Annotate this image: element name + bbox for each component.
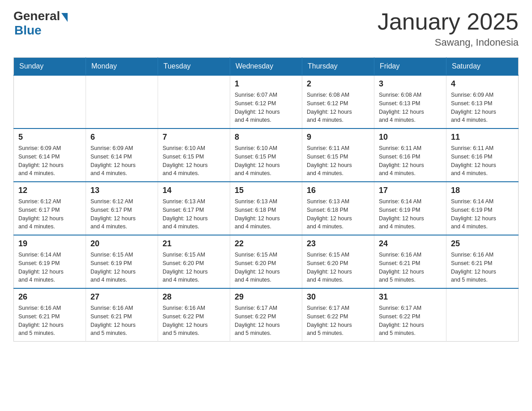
calendar-week-row: 1Sunrise: 6:07 AMSunset: 6:12 PMDaylight… — [14, 75, 519, 128]
logo-triangle-icon — [61, 13, 68, 22]
day-number: 12 — [18, 186, 81, 195]
calendar-cell: 31Sunrise: 6:17 AMSunset: 6:22 PMDayligh… — [374, 288, 446, 342]
calendar-cell: 20Sunrise: 6:15 AMSunset: 6:19 PMDayligh… — [86, 235, 158, 288]
day-number: 3 — [379, 79, 442, 89]
weekday-header-friday: Friday — [374, 58, 446, 76]
weekday-header-row: SundayMondayTuesdayWednesdayThursdayFrid… — [14, 58, 519, 76]
day-number: 28 — [163, 292, 225, 302]
calendar-body: 1Sunrise: 6:07 AMSunset: 6:12 PMDaylight… — [14, 75, 519, 342]
calendar-subtitle: Sawang, Indonesia — [378, 37, 519, 48]
calendar-cell — [86, 75, 158, 128]
calendar-cell: 23Sunrise: 6:15 AMSunset: 6:20 PMDayligh… — [302, 235, 374, 288]
calendar-cell: 2Sunrise: 6:08 AMSunset: 6:12 PMDaylight… — [302, 75, 374, 128]
day-info: Sunrise: 6:14 AMSunset: 6:19 PMDaylight:… — [379, 197, 442, 231]
calendar-cell: 15Sunrise: 6:13 AMSunset: 6:18 PMDayligh… — [230, 182, 302, 235]
calendar-cell: 24Sunrise: 6:16 AMSunset: 6:21 PMDayligh… — [374, 235, 446, 288]
day-number: 25 — [451, 239, 514, 248]
calendar-header: SundayMondayTuesdayWednesdayThursdayFrid… — [14, 58, 519, 76]
calendar-cell: 27Sunrise: 6:16 AMSunset: 6:21 PMDayligh… — [86, 288, 158, 342]
calendar-cell — [158, 75, 230, 128]
day-info: Sunrise: 6:14 AMSunset: 6:19 PMDaylight:… — [18, 251, 81, 284]
day-info: Sunrise: 6:16 AMSunset: 6:21 PMDaylight:… — [18, 304, 81, 338]
calendar-cell: 22Sunrise: 6:15 AMSunset: 6:20 PMDayligh… — [230, 235, 302, 288]
day-info: Sunrise: 6:09 AMSunset: 6:14 PMDaylight:… — [18, 144, 81, 178]
day-info: Sunrise: 6:08 AMSunset: 6:12 PMDaylight:… — [307, 91, 369, 124]
day-info: Sunrise: 6:10 AMSunset: 6:15 PMDaylight:… — [235, 144, 297, 178]
calendar-cell: 3Sunrise: 6:08 AMSunset: 6:13 PMDaylight… — [374, 75, 446, 128]
day-number: 15 — [235, 186, 297, 195]
calendar-cell: 26Sunrise: 6:16 AMSunset: 6:21 PMDayligh… — [14, 288, 86, 342]
day-info: Sunrise: 6:15 AMSunset: 6:20 PMDaylight:… — [307, 251, 369, 284]
day-number: 29 — [235, 292, 297, 302]
day-number: 24 — [379, 239, 442, 248]
day-info: Sunrise: 6:15 AMSunset: 6:19 PMDaylight:… — [90, 251, 153, 284]
day-info: Sunrise: 6:09 AMSunset: 6:14 PMDaylight:… — [90, 144, 153, 178]
calendar-week-row: 12Sunrise: 6:12 AMSunset: 6:17 PMDayligh… — [14, 182, 519, 235]
day-info: Sunrise: 6:16 AMSunset: 6:21 PMDaylight:… — [379, 251, 442, 284]
day-info: Sunrise: 6:13 AMSunset: 6:18 PMDaylight:… — [235, 197, 297, 231]
weekday-header-tuesday: Tuesday — [158, 58, 230, 76]
day-number: 4 — [451, 79, 514, 89]
day-info: Sunrise: 6:07 AMSunset: 6:12 PMDaylight:… — [235, 91, 297, 124]
day-number: 23 — [307, 239, 369, 248]
day-info: Sunrise: 6:15 AMSunset: 6:20 PMDaylight:… — [163, 251, 225, 284]
day-number: 14 — [163, 186, 225, 195]
logo-general-text: General — [13, 9, 60, 23]
day-number: 6 — [90, 133, 153, 142]
logo-blue-text: Blue — [14, 23, 42, 38]
day-number: 18 — [451, 186, 514, 195]
calendar-title: January 2025 — [378, 9, 519, 34]
calendar-cell: 11Sunrise: 6:11 AMSunset: 6:16 PMDayligh… — [446, 128, 519, 182]
calendar-cell: 8Sunrise: 6:10 AMSunset: 6:15 PMDaylight… — [230, 128, 302, 182]
day-info: Sunrise: 6:09 AMSunset: 6:13 PMDaylight:… — [451, 91, 514, 124]
calendar-cell: 7Sunrise: 6:10 AMSunset: 6:15 PMDaylight… — [158, 128, 230, 182]
day-number: 1 — [235, 79, 297, 89]
day-number: 5 — [18, 133, 81, 142]
calendar-cell: 4Sunrise: 6:09 AMSunset: 6:13 PMDaylight… — [446, 75, 519, 128]
calendar-cell: 9Sunrise: 6:11 AMSunset: 6:15 PMDaylight… — [302, 128, 374, 182]
weekday-header-sunday: Sunday — [14, 58, 86, 76]
day-number: 13 — [90, 186, 153, 195]
calendar-cell: 12Sunrise: 6:12 AMSunset: 6:17 PMDayligh… — [14, 182, 86, 235]
calendar-cell: 29Sunrise: 6:17 AMSunset: 6:22 PMDayligh… — [230, 288, 302, 342]
calendar-week-row: 26Sunrise: 6:16 AMSunset: 6:21 PMDayligh… — [14, 288, 519, 342]
day-info: Sunrise: 6:08 AMSunset: 6:13 PMDaylight:… — [379, 91, 442, 124]
day-number: 2 — [307, 79, 369, 89]
day-info: Sunrise: 6:11 AMSunset: 6:16 PMDaylight:… — [379, 144, 442, 178]
calendar-cell: 17Sunrise: 6:14 AMSunset: 6:19 PMDayligh… — [374, 182, 446, 235]
calendar-cell: 25Sunrise: 6:16 AMSunset: 6:21 PMDayligh… — [446, 235, 519, 288]
logo: General Blue — [13, 9, 68, 38]
day-number: 27 — [90, 292, 153, 302]
day-number: 19 — [18, 239, 81, 248]
day-info: Sunrise: 6:16 AMSunset: 6:21 PMDaylight:… — [451, 251, 514, 284]
day-info: Sunrise: 6:17 AMSunset: 6:22 PMDaylight:… — [379, 304, 442, 338]
title-section: January 2025 Sawang, Indonesia — [378, 9, 519, 48]
day-number: 21 — [163, 239, 225, 248]
calendar-cell — [14, 75, 86, 128]
day-info: Sunrise: 6:13 AMSunset: 6:18 PMDaylight:… — [307, 197, 369, 231]
day-number: 8 — [235, 133, 297, 142]
day-number: 7 — [163, 133, 225, 142]
calendar-cell: 19Sunrise: 6:14 AMSunset: 6:19 PMDayligh… — [14, 235, 86, 288]
calendar-table: SundayMondayTuesdayWednesdayThursdayFrid… — [13, 57, 519, 342]
day-number: 30 — [307, 292, 369, 302]
day-info: Sunrise: 6:13 AMSunset: 6:17 PMDaylight:… — [163, 197, 225, 231]
day-number: 31 — [379, 292, 442, 302]
page-header: General Blue January 2025 Sawang, Indone… — [13, 9, 519, 48]
calendar-cell: 30Sunrise: 6:17 AMSunset: 6:22 PMDayligh… — [302, 288, 374, 342]
day-info: Sunrise: 6:11 AMSunset: 6:16 PMDaylight:… — [451, 144, 514, 178]
weekday-header-monday: Monday — [86, 58, 158, 76]
day-info: Sunrise: 6:11 AMSunset: 6:15 PMDaylight:… — [307, 144, 369, 178]
calendar-cell — [446, 288, 519, 342]
calendar-cell: 16Sunrise: 6:13 AMSunset: 6:18 PMDayligh… — [302, 182, 374, 235]
day-info: Sunrise: 6:14 AMSunset: 6:19 PMDaylight:… — [451, 197, 514, 231]
day-info: Sunrise: 6:10 AMSunset: 6:15 PMDaylight:… — [163, 144, 225, 178]
day-number: 17 — [379, 186, 442, 195]
day-info: Sunrise: 6:16 AMSunset: 6:22 PMDaylight:… — [163, 304, 225, 338]
day-number: 11 — [451, 133, 514, 142]
calendar-cell: 28Sunrise: 6:16 AMSunset: 6:22 PMDayligh… — [158, 288, 230, 342]
day-info: Sunrise: 6:15 AMSunset: 6:20 PMDaylight:… — [235, 251, 297, 284]
day-info: Sunrise: 6:12 AMSunset: 6:17 PMDaylight:… — [90, 197, 153, 231]
day-info: Sunrise: 6:12 AMSunset: 6:17 PMDaylight:… — [18, 197, 81, 231]
day-info: Sunrise: 6:17 AMSunset: 6:22 PMDaylight:… — [307, 304, 369, 338]
